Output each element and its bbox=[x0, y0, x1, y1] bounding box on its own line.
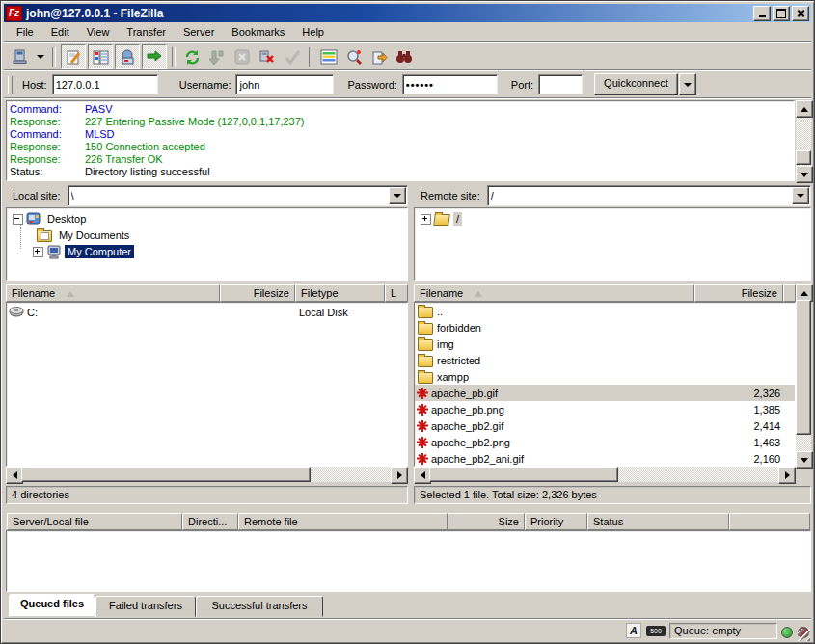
menu-bookmarks[interactable]: Bookmarks bbox=[223, 23, 293, 40]
menu-bar: File Edit View Transfer Server Bookmarks… bbox=[4, 22, 811, 41]
file-row[interactable]: xampp bbox=[415, 368, 795, 385]
combo-dropdown-button[interactable] bbox=[792, 187, 809, 204]
speed-limit-icon[interactable]: 500 bbox=[646, 626, 666, 636]
expand-icon[interactable] bbox=[33, 247, 43, 257]
find-files-button[interactable] bbox=[393, 45, 416, 68]
scrollbar-thumb[interactable] bbox=[429, 467, 618, 482]
file-size: 2,414 bbox=[695, 420, 780, 432]
combo-dropdown-button[interactable] bbox=[389, 187, 406, 204]
column-header-priority[interactable]: Priority bbox=[525, 513, 587, 530]
file-row[interactable]: forbidden bbox=[415, 319, 795, 335]
remote-list-vscrollbar[interactable] bbox=[796, 284, 811, 467]
tree-item-root[interactable]: / bbox=[421, 211, 462, 227]
scroll-right-button[interactable] bbox=[778, 467, 796, 484]
expand-icon[interactable] bbox=[421, 214, 431, 225]
local-list-hscrollbar[interactable] bbox=[6, 467, 408, 482]
refresh-button[interactable] bbox=[180, 45, 204, 68]
queue-list[interactable] bbox=[6, 530, 811, 592]
column-header-filesize[interactable]: Filesize bbox=[220, 284, 295, 302]
scroll-down-button[interactable] bbox=[796, 451, 813, 469]
collapse-icon[interactable] bbox=[13, 214, 23, 225]
ascii-transfer-type-icon[interactable]: A bbox=[626, 623, 641, 638]
scroll-up-button[interactable] bbox=[796, 100, 813, 118]
remote-site-combobox[interactable] bbox=[487, 185, 811, 206]
menu-help[interactable]: Help bbox=[293, 23, 333, 40]
remote-list-hscrollbar[interactable] bbox=[414, 467, 796, 482]
tab-failed-transfers[interactable]: Failed transfers bbox=[95, 596, 196, 617]
minimize-button[interactable] bbox=[753, 6, 771, 21]
toggle-transfer-queue-button[interactable] bbox=[142, 44, 167, 69]
menu-file[interactable]: File bbox=[8, 23, 42, 40]
site-manager-button[interactable] bbox=[9, 45, 32, 68]
column-header-filename[interactable]: Filename bbox=[6, 284, 220, 302]
file-row[interactable]: .. bbox=[415, 303, 795, 319]
toggle-local-tree-button[interactable] bbox=[88, 44, 113, 69]
column-header-status[interactable]: Status bbox=[587, 513, 729, 530]
column-header-filetype[interactable]: Filetype bbox=[295, 284, 385, 302]
synchronized-browsing-button[interactable] bbox=[367, 45, 391, 68]
column-header-remote-file[interactable]: Remote file bbox=[238, 513, 448, 530]
arrow-left-icon bbox=[421, 471, 425, 479]
local-site-combobox[interactable] bbox=[68, 185, 408, 206]
folder-icon bbox=[418, 307, 433, 318]
tree-item-my-computer[interactable]: My Computer bbox=[33, 244, 134, 259]
menu-server[interactable]: Server bbox=[175, 23, 223, 40]
file-name: apache_pb.gif bbox=[431, 388, 498, 399]
file-row[interactable]: apache_pb.png 1,385 bbox=[415, 401, 795, 417]
menu-transfer[interactable]: Transfer bbox=[118, 23, 175, 40]
file-row[interactable]: img bbox=[415, 335, 795, 352]
toggle-remote-tree-button[interactable] bbox=[115, 44, 140, 69]
cancel-operation-button[interactable] bbox=[231, 45, 254, 68]
host-input[interactable] bbox=[52, 74, 158, 94]
file-name: forbidden bbox=[437, 322, 481, 334]
file-search-button[interactable] bbox=[342, 45, 366, 68]
column-header-server-local-file[interactable]: Server/Local file bbox=[7, 513, 182, 530]
column-header-filename[interactable]: Filename bbox=[414, 284, 694, 302]
file-row[interactable]: C: Local Disk bbox=[7, 304, 407, 320]
quickconnect-dropdown-button[interactable] bbox=[679, 73, 696, 95]
file-row[interactable]: apache_pb2_ani.gif 2,160 bbox=[415, 450, 795, 467]
process-queue-button[interactable] bbox=[205, 45, 229, 68]
column-header-size[interactable]: Size bbox=[448, 513, 525, 530]
file-row-selected[interactable]: apache_pb.gif 2,326 bbox=[415, 385, 795, 401]
file-size: 2,326 bbox=[695, 388, 780, 399]
menu-view[interactable]: View bbox=[78, 23, 119, 40]
quickconnect-button[interactable]: Quickconnect bbox=[594, 73, 678, 95]
tree-item-my-documents[interactable]: My Documents bbox=[34, 228, 132, 243]
username-input[interactable] bbox=[235, 74, 334, 94]
maximize-button[interactable] bbox=[773, 6, 790, 21]
close-button[interactable] bbox=[792, 6, 809, 21]
file-row[interactable]: apache_pb2.gif 2,414 bbox=[415, 417, 795, 434]
scroll-down-button[interactable] bbox=[796, 166, 813, 183]
tab-queued-files[interactable]: Queued files bbox=[9, 594, 95, 617]
scrollbar-thumb[interactable] bbox=[796, 300, 811, 435]
column-header-lastmodified[interactable]: L bbox=[385, 284, 408, 302]
log-scrollbar[interactable] bbox=[796, 100, 811, 181]
tree-item-desktop[interactable]: Desktop bbox=[13, 211, 89, 227]
password-input[interactable] bbox=[402, 74, 498, 94]
tab-successful-transfers[interactable]: Successful transfers bbox=[196, 596, 323, 617]
toggle-message-log-button[interactable] bbox=[61, 44, 86, 69]
file-name: restricted bbox=[437, 355, 480, 366]
chevron-down-icon bbox=[37, 55, 44, 59]
desktop-icon bbox=[26, 212, 41, 226]
menu-edit[interactable]: Edit bbox=[42, 23, 78, 40]
arrow-down-icon bbox=[801, 173, 808, 177]
site-manager-dropdown-button[interactable] bbox=[34, 45, 47, 68]
remote-file-list: .. forbidden img restricted xampp apache… bbox=[414, 302, 796, 467]
file-row[interactable]: apache_pb2.png 1,463 bbox=[415, 434, 795, 450]
column-header-filesize[interactable]: Filesize bbox=[694, 284, 783, 302]
scrollbar-thumb[interactable] bbox=[796, 150, 811, 165]
resize-grip[interactable] bbox=[798, 629, 810, 641]
disconnect-button[interactable] bbox=[256, 45, 279, 68]
username-label: Username: bbox=[179, 79, 231, 91]
scrollbar-thumb[interactable] bbox=[21, 467, 311, 482]
vertical-splitter[interactable] bbox=[408, 186, 414, 482]
file-row[interactable]: restricted bbox=[415, 352, 795, 368]
scroll-right-button[interactable] bbox=[391, 467, 408, 484]
directory-comparison-button[interactable] bbox=[317, 45, 340, 68]
column-header-direction[interactable]: Directi... bbox=[182, 513, 238, 530]
reconnect-button[interactable] bbox=[281, 45, 304, 68]
remote-site-bar: Remote site: bbox=[414, 186, 811, 205]
port-input[interactable] bbox=[538, 74, 583, 94]
